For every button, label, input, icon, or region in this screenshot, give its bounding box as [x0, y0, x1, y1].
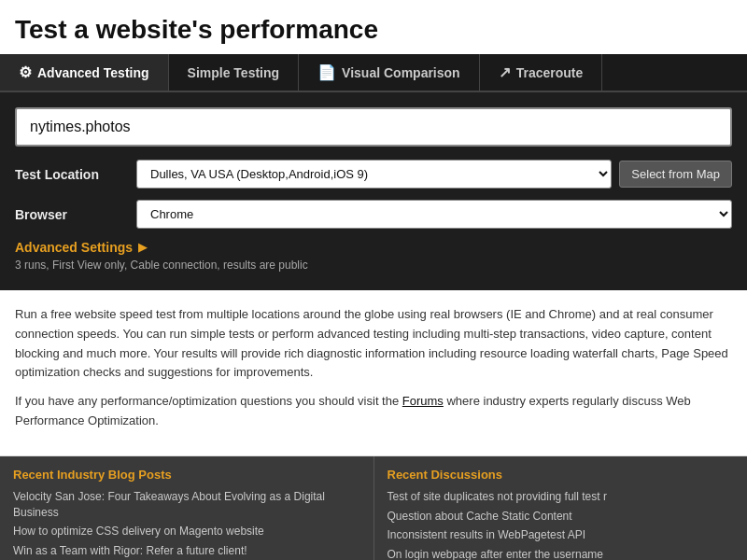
select-from-map-button[interactable]: Select from Map: [619, 161, 732, 188]
tab-traceroute-label: Traceroute: [516, 65, 584, 80]
advanced-settings-toggle[interactable]: Advanced Settings ▶: [15, 240, 732, 255]
advanced-testing-icon: ⚙: [19, 63, 32, 81]
browser-controls: Chrome: [136, 200, 732, 229]
advanced-settings-summary: 3 runs, First View only, Cable connectio…: [15, 259, 732, 275]
tab-visual-comparison[interactable]: 📄 Visual Comparison: [299, 54, 480, 91]
tab-traceroute[interactable]: ↗ Traceroute: [480, 54, 603, 91]
location-select[interactable]: Dulles, VA USA (Desktop,Android,iOS 9): [136, 160, 612, 189]
browser-select[interactable]: Chrome: [136, 200, 732, 229]
url-input[interactable]: [15, 107, 732, 147]
tabs-bar: ⚙ Advanced Testing Simple Testing 📄 Visu…: [0, 54, 747, 92]
visual-comparison-icon: 📄: [317, 63, 336, 81]
discussions-column: Recent Discussions Test of site duplicat…: [374, 456, 748, 560]
test-location-row: Test Location Dulles, VA USA (Desktop,An…: [15, 160, 732, 189]
main-panel: Test Location Dulles, VA USA (Desktop,An…: [0, 92, 747, 290]
discussion-item-4[interactable]: On login webpage after enter the usernam…: [388, 547, 735, 560]
tab-simple-testing[interactable]: Simple Testing: [169, 54, 300, 91]
browser-row: Browser Chrome: [15, 200, 732, 229]
traceroute-icon: ↗: [499, 63, 511, 81]
description-section: Run a free website speed test from multi…: [0, 290, 747, 456]
chevron-right-icon: ▶: [138, 241, 147, 254]
footer: Recent Industry Blog Posts Velocity San …: [0, 456, 747, 560]
tab-simple-label: Simple Testing: [188, 65, 280, 80]
blog-item-1[interactable]: Velocity San Jose: Four Takeaways About …: [13, 489, 360, 521]
location-controls: Dulles, VA USA (Desktop,Android,iOS 9) S…: [136, 160, 732, 189]
blog-posts-column: Recent Industry Blog Posts Velocity San …: [0, 456, 374, 560]
tab-advanced-testing[interactable]: ⚙ Advanced Testing: [0, 54, 169, 91]
page-title: Test a website's performance: [0, 0, 747, 54]
description-para2-prefix: If you have any performance/optimization…: [15, 394, 402, 408]
forums-link[interactable]: Forums: [402, 394, 444, 408]
blog-item-3[interactable]: Win as a Team with Rigor: Refer a future…: [13, 543, 360, 559]
blog-heading: Recent Industry Blog Posts: [13, 468, 360, 482]
description-para2: If you have any performance/optimization…: [15, 392, 732, 431]
discussion-item-1[interactable]: Test of site duplicates not providing fu…: [388, 489, 735, 505]
browser-label: Browser: [15, 207, 136, 222]
advanced-settings-label: Advanced Settings: [15, 240, 133, 255]
description-para1: Run a free website speed test from multi…: [15, 305, 732, 383]
discussions-heading: Recent Discussions: [388, 468, 735, 482]
tab-visual-label: Visual Comparison: [342, 65, 460, 80]
blog-item-2[interactable]: How to optimize CSS delivery on Magento …: [13, 524, 360, 539]
test-location-label: Test Location: [15, 167, 136, 182]
tab-advanced-label: Advanced Testing: [37, 65, 149, 80]
discussion-item-2[interactable]: Question about Cache Static Content: [388, 509, 735, 525]
discussion-item-3[interactable]: Inconsistent results in WebPagetest API: [388, 527, 735, 543]
